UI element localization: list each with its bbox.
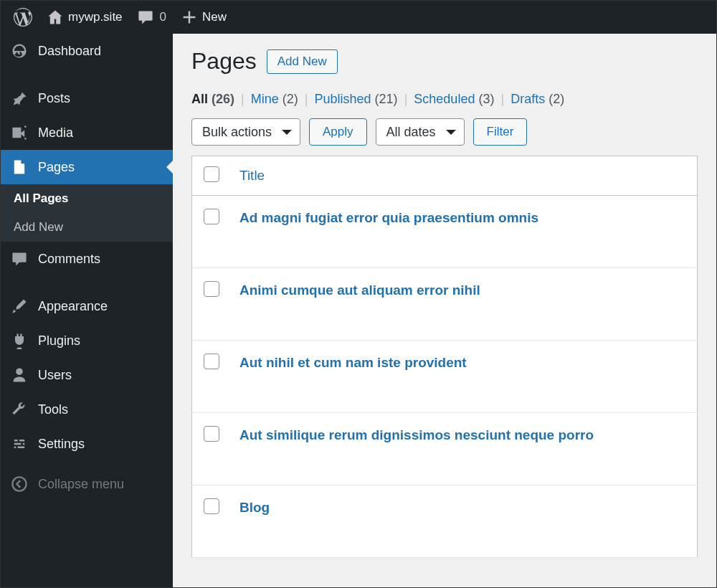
- svg-point-0: [12, 477, 26, 490]
- table-row: Blog: [192, 485, 698, 558]
- sidebar-item-media[interactable]: Media: [1, 115, 173, 150]
- row-checkbox[interactable]: [204, 498, 219, 514]
- menu-label: Comments: [38, 252, 100, 267]
- row-checkbox[interactable]: [204, 209, 219, 224]
- select-all-checkbox[interactable]: [204, 166, 219, 182]
- comment-icon: [11, 250, 28, 267]
- apply-button[interactable]: Apply: [309, 118, 367, 146]
- column-title[interactable]: Title: [239, 168, 265, 183]
- table-row: Aut similique rerum dignissimos nesciunt…: [192, 413, 698, 485]
- filter-button[interactable]: Filter: [473, 118, 528, 146]
- brush-icon: [11, 298, 28, 315]
- page-icon: [11, 158, 28, 176]
- table-row: Ad magni fugiat error quia praesentium o…: [192, 196, 698, 268]
- row-title-link[interactable]: Animi cumque aut aliquam error nihil: [239, 283, 480, 298]
- menu-label: Posts: [38, 91, 70, 106]
- filter-published[interactable]: Published (21): [315, 92, 398, 106]
- row-title-link[interactable]: Blog: [239, 500, 270, 515]
- toolbar-new[interactable]: New: [174, 1, 234, 34]
- page-header: Pages Add New: [191, 48, 698, 75]
- media-icon: [11, 124, 28, 141]
- add-new-button[interactable]: Add New: [267, 49, 338, 74]
- filter-drafts[interactable]: Drafts (2): [511, 92, 564, 106]
- wordpress-icon: [14, 8, 32, 27]
- filter-mine[interactable]: Mine (2): [251, 92, 298, 106]
- admin-sidebar: Dashboard Posts Media Pages All Pages Ad…: [1, 34, 173, 587]
- sidebar-item-settings[interactable]: Settings: [1, 427, 173, 461]
- toolbar-comments[interactable]: 0: [130, 1, 174, 34]
- collapse-menu[interactable]: Collapse menu: [1, 467, 173, 501]
- toolbar-home[interactable]: mywp.site: [39, 1, 130, 34]
- menu-label: Plugins: [38, 333, 80, 348]
- admin-toolbar: mywp.site 0 New: [1, 1, 716, 34]
- row-title-link[interactable]: Aut similique rerum dignissimos nesciunt…: [239, 427, 594, 442]
- site-name: mywp.site: [68, 10, 123, 24]
- collapse-icon: [11, 475, 28, 493]
- pages-submenu: All Pages Add New: [1, 184, 173, 242]
- main-content: Pages Add New All (26) | Mine (2) | Publ…: [173, 34, 716, 587]
- comments-count: 0: [160, 10, 166, 24]
- filter-scheduled[interactable]: Scheduled (3): [414, 92, 494, 106]
- sidebar-item-pages[interactable]: Pages: [1, 150, 173, 184]
- comment-icon: [137, 9, 154, 26]
- row-title-link[interactable]: Aut nihil et cum nam iste provident: [239, 355, 467, 370]
- sidebar-item-users[interactable]: Users: [1, 358, 173, 392]
- pages-table: Title Ad magni fugiat error quia praesen…: [191, 156, 698, 558]
- menu-label: Settings: [38, 437, 85, 452]
- user-icon: [11, 366, 28, 384]
- menu-label: Dashboard: [38, 44, 101, 59]
- sidebar-item-plugins[interactable]: Plugins: [1, 323, 173, 358]
- table-row: Aut nihil et cum nam iste provident: [192, 341, 698, 413]
- status-filters: All (26) | Mine (2) | Published (21) | S…: [191, 92, 698, 107]
- table-row: Animi cumque aut aliquam error nihil: [192, 268, 698, 341]
- settings-icon: [11, 435, 28, 452]
- tablenav: Bulk actions Apply All dates Filter: [191, 118, 698, 146]
- page-title: Pages: [191, 48, 257, 75]
- row-checkbox[interactable]: [204, 426, 219, 442]
- separator: [1, 276, 173, 289]
- new-label: New: [202, 10, 227, 24]
- collapse-label: Collapse menu: [38, 477, 124, 492]
- home-icon: [47, 9, 64, 26]
- dashboard-icon: [11, 42, 28, 60]
- separator: [1, 68, 173, 81]
- wrench-icon: [11, 401, 28, 418]
- bulk-actions-select[interactable]: Bulk actions: [191, 118, 300, 146]
- plus-icon: [181, 9, 198, 26]
- row-title-link[interactable]: Ad magni fugiat error quia praesentium o…: [239, 210, 538, 225]
- sidebar-item-posts[interactable]: Posts: [1, 81, 173, 115]
- row-checkbox[interactable]: [204, 354, 219, 369]
- sidebar-item-appearance[interactable]: Appearance: [1, 289, 173, 323]
- row-checkbox[interactable]: [204, 281, 219, 297]
- sidebar-item-comments[interactable]: Comments: [1, 242, 173, 276]
- menu-label: Pages: [38, 160, 75, 175]
- sidebar-item-dashboard[interactable]: Dashboard: [1, 34, 173, 68]
- submenu-all-pages[interactable]: All Pages: [1, 184, 173, 213]
- sidebar-item-tools[interactable]: Tools: [1, 392, 173, 427]
- pin-icon: [11, 90, 28, 107]
- filter-all[interactable]: All (26): [191, 92, 234, 106]
- date-filter-select[interactable]: All dates: [376, 118, 465, 146]
- menu-label: Appearance: [38, 299, 108, 314]
- menu-label: Users: [38, 368, 72, 383]
- plugin-icon: [11, 332, 28, 349]
- wp-logo[interactable]: [6, 1, 39, 34]
- menu-label: Media: [38, 125, 73, 141]
- menu-label: Tools: [38, 402, 68, 417]
- submenu-add-new[interactable]: Add New: [1, 213, 173, 242]
